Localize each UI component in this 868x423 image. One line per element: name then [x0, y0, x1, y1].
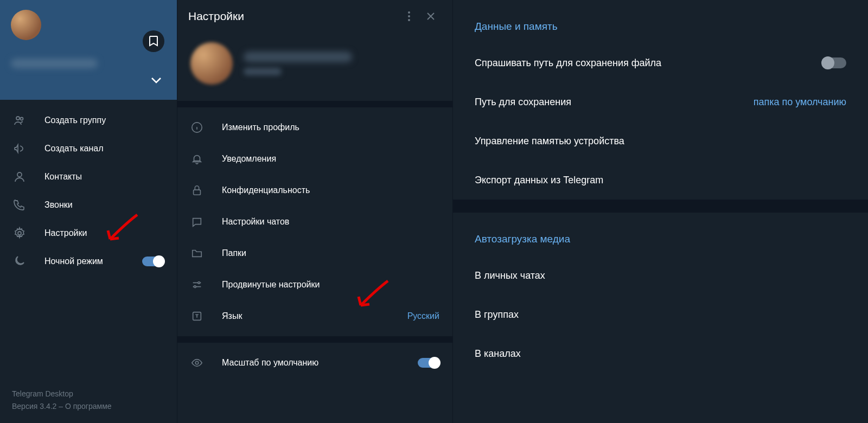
settings-label: Конфиденциальность: [222, 185, 310, 195]
user-phone-blurred: [244, 68, 282, 75]
option-autodownload-channels[interactable]: В каналах: [453, 334, 868, 373]
app-version-footer[interactable]: Telegram Desktop Версия 3.4.2 – О програ…: [0, 380, 177, 423]
bookmark-icon: [149, 36, 158, 47]
menu-label: Ночной режим: [44, 257, 103, 266]
settings-item-advanced[interactable]: Продвинутые настройки: [177, 269, 452, 300]
more-menu-button[interactable]: [398, 5, 420, 27]
person-icon: [13, 170, 26, 183]
ask-save-path-toggle[interactable]: [822, 57, 846, 68]
svg-point-10: [194, 286, 196, 288]
settings-label: Настройки чатов: [222, 217, 289, 227]
settings-label: Продвинутые настройки: [222, 280, 320, 290]
option-save-path[interactable]: Путь для сохранения папка по умолчанию: [453, 82, 868, 121]
settings-label: Язык: [222, 311, 242, 321]
divider: [453, 200, 868, 213]
lock-icon: [190, 184, 203, 197]
menu-label: Создать канал: [44, 144, 104, 153]
settings-title: Настройки: [188, 10, 398, 23]
menu-item-calls[interactable]: Звонки: [0, 191, 177, 219]
moon-icon: [13, 255, 26, 268]
svg-point-1: [21, 118, 23, 120]
settings-item-privacy[interactable]: Конфиденциальность: [177, 175, 452, 206]
settings-item-language[interactable]: Язык Русский: [177, 300, 452, 332]
svg-point-5: [408, 15, 410, 17]
eye-icon: [190, 356, 203, 369]
svg-point-2: [17, 172, 22, 177]
profile-header: [0, 0, 177, 100]
option-autodownload-groups[interactable]: В группах: [453, 295, 868, 334]
settings-label: Уведомления: [222, 154, 276, 164]
detail-label: Спрашивать путь для сохранения файла: [475, 57, 661, 69]
menu-label: Контакты: [44, 172, 82, 182]
language-icon: [190, 310, 203, 323]
user-name-blurred: [244, 52, 352, 62]
svg-point-3: [18, 232, 21, 235]
option-manage-storage[interactable]: Управление памятью устройства: [453, 121, 868, 161]
divider: [177, 336, 452, 343]
megaphone-icon: [13, 142, 26, 155]
detail-label: Экспорт данных из Telegram: [475, 175, 603, 186]
settings-item-notifications[interactable]: Уведомления: [177, 143, 452, 175]
svg-point-0: [16, 117, 20, 120]
folder-icon: [190, 247, 203, 260]
option-ask-save-path[interactable]: Спрашивать путь для сохранения файла: [453, 43, 868, 82]
phone-icon: [13, 198, 26, 211]
svg-point-12: [195, 361, 199, 364]
detail-value: папка по умолчанию: [754, 97, 846, 108]
saved-messages-button[interactable]: [143, 30, 164, 52]
svg-rect-8: [194, 190, 201, 195]
close-button[interactable]: [420, 5, 442, 27]
settings-item-folders[interactable]: Папки: [177, 238, 452, 269]
group-icon: [13, 114, 26, 127]
svg-point-4: [408, 11, 410, 14]
menu-label: Звонки: [44, 200, 73, 210]
settings-label: Папки: [222, 248, 246, 258]
menu-item-settings[interactable]: Настройки: [0, 219, 177, 247]
menu-label: Создать группу: [44, 116, 106, 125]
settings-label: Изменить профиль: [222, 123, 299, 132]
dots-vertical-icon: [408, 11, 410, 21]
account-chevron[interactable]: [151, 77, 162, 84]
profile-block[interactable]: [177, 33, 452, 101]
footer-version: Версия 3.4.2 – О программе: [12, 400, 165, 412]
settings-label: Масштаб по умолчанию: [222, 358, 318, 368]
info-icon: [190, 121, 203, 134]
option-export-data[interactable]: Экспорт данных из Telegram: [453, 161, 868, 200]
settings-value: Русский: [407, 311, 439, 321]
settings-item-chat-settings[interactable]: Настройки чатов: [177, 206, 452, 238]
close-icon: [426, 12, 435, 21]
svg-point-6: [408, 19, 410, 21]
detail-label: Путь для сохранения: [475, 97, 571, 108]
menu-label: Настройки: [44, 228, 87, 238]
menu-item-new-group[interactable]: Создать группу: [0, 106, 177, 134]
option-autodownload-private[interactable]: В личных чатах: [453, 256, 868, 295]
bell-icon: [190, 152, 203, 165]
divider: [177, 101, 452, 107]
gear-icon: [13, 227, 26, 240]
section-title-autodownload: Автозагрузка медиа: [453, 213, 868, 256]
default-zoom-toggle[interactable]: [418, 358, 439, 368]
sliders-icon: [190, 278, 203, 291]
detail-label: Управление памятью устройства: [475, 136, 624, 147]
settings-item-default-zoom[interactable]: Масштаб по умолчанию: [177, 347, 452, 379]
avatar[interactable]: [11, 10, 41, 40]
detail-label: В группах: [475, 309, 519, 321]
svg-point-9: [198, 282, 200, 284]
detail-label: В личных чатах: [475, 270, 545, 281]
menu-item-night-mode[interactable]: Ночной режим: [0, 247, 177, 275]
menu-item-contacts[interactable]: Контакты: [0, 163, 177, 191]
night-mode-toggle[interactable]: [142, 257, 164, 266]
settings-item-edit-profile[interactable]: Изменить профиль: [177, 112, 452, 143]
user-name-blurred: [11, 59, 98, 68]
avatar: [190, 42, 233, 85]
footer-app-name: Telegram Desktop: [12, 388, 165, 400]
section-title-data-memory: Данные и память: [453, 0, 868, 43]
chat-icon: [190, 215, 203, 228]
menu-item-new-channel[interactable]: Создать канал: [0, 134, 177, 163]
detail-label: В каналах: [475, 348, 521, 360]
chevron-down-icon: [151, 77, 162, 84]
